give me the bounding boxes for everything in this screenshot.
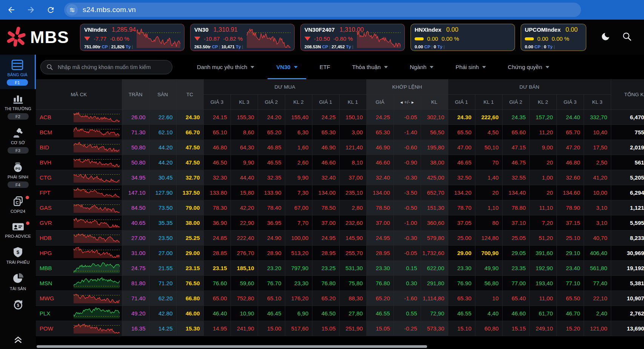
match-volume[interactable]: 622,00 bbox=[421, 261, 448, 276]
ticker-BID[interactable]: BID bbox=[36, 140, 70, 155]
total-volume[interactable]: 5,205,400 bbox=[611, 170, 644, 185]
sell-price[interactable]: 78.70 bbox=[448, 200, 475, 215]
sell-volume[interactable]: 49,90 bbox=[475, 261, 502, 276]
floor-price[interactable]: 35.35 bbox=[149, 215, 176, 231]
sidebar-item-bảng-giá[interactable]: BẢNG GIÁF1 bbox=[0, 55, 36, 89]
sell-price[interactable]: 25.10 bbox=[556, 231, 584, 246]
match-price[interactable]: 65.30 bbox=[366, 125, 393, 140]
ceiling-price[interactable]: 49.20 bbox=[122, 306, 149, 321]
ceiling-price[interactable]: 26.00 bbox=[122, 110, 149, 125]
sell-price[interactable]: 47.00 bbox=[448, 140, 475, 155]
sell-volume[interactable]: 80 bbox=[475, 215, 502, 231]
buy-volume[interactable]: 22,90 bbox=[231, 215, 258, 231]
match-change[interactable]: -0.25 bbox=[393, 321, 421, 336]
buy-price[interactable]: 32.40 bbox=[312, 170, 339, 185]
buy-volume[interactable]: 241,90 bbox=[231, 321, 258, 336]
buy-volume[interactable]: 232,60 bbox=[339, 215, 366, 231]
sell-volume[interactable]: 2,40 bbox=[584, 306, 611, 321]
match-volume[interactable]: 360,60 bbox=[421, 215, 448, 231]
sell-volume[interactable]: 121,00 bbox=[584, 321, 611, 336]
sell-price[interactable]: 46.55 bbox=[448, 306, 475, 321]
sell-volume[interactable]: 4,40 bbox=[475, 306, 502, 321]
buy-price[interactable]: 24.15 bbox=[203, 110, 231, 125]
sell-volume[interactable]: 391,60 bbox=[529, 246, 556, 261]
sell-volume[interactable]: 249,10 bbox=[529, 321, 556, 336]
buy-volume[interactable]: 15,80 bbox=[231, 185, 258, 200]
sell-price[interactable]: 32.55 bbox=[502, 170, 529, 185]
total-volume[interactable]: 5,595,000 bbox=[611, 215, 644, 231]
ceiling-price[interactable]: 27.00 bbox=[122, 231, 149, 246]
sell-price[interactable]: 65.60 bbox=[502, 125, 529, 140]
buy-volume[interactable]: 6,30 bbox=[285, 125, 312, 140]
buy-volume[interactable]: 37,00 bbox=[339, 170, 366, 185]
buy-price[interactable]: 32.35 bbox=[258, 170, 285, 185]
match-price[interactable]: 37.00 bbox=[366, 215, 393, 231]
buy-volume[interactable]: 155,30 bbox=[231, 110, 258, 125]
sell-volume[interactable]: 51,20 bbox=[529, 231, 556, 246]
total-volume[interactable]: 19,192,200 bbox=[611, 261, 644, 276]
ticker-BVH[interactable]: BVH bbox=[36, 155, 70, 170]
ceiling-price[interactable]: 84.50 bbox=[122, 200, 149, 215]
sell-volume[interactable]: 1,40 bbox=[475, 170, 502, 185]
table-row-HDB[interactable]: HDB27.0023.5025.2524.85222,4024.90100,00… bbox=[36, 231, 644, 246]
floor-price[interactable]: 22.60 bbox=[149, 110, 176, 125]
sell-volume[interactable]: 11,10 bbox=[529, 200, 556, 215]
sell-price[interactable]: 15.20 bbox=[556, 321, 584, 336]
buy-price[interactable]: 23.25 bbox=[312, 261, 339, 276]
buy-volume[interactable]: 1,60 bbox=[285, 140, 312, 155]
match-volume[interactable]: 425,00 bbox=[421, 170, 448, 185]
symbol-search[interactable] bbox=[40, 60, 172, 74]
ceiling-price[interactable]: 34.95 bbox=[122, 170, 149, 185]
tab-ngành[interactable]: Ngành bbox=[399, 55, 444, 79]
buy-volume[interactable]: 255,70 bbox=[339, 246, 366, 261]
index-card-upcomindex[interactable]: UPCOMIndex0.000.000.00 %0.00 CP|0 Tỷ| bbox=[521, 24, 586, 51]
sell-price[interactable]: 29.00 bbox=[448, 246, 475, 261]
ceiling-price[interactable]: 71.30 bbox=[122, 125, 149, 140]
sell-price[interactable]: 65.40 bbox=[502, 291, 529, 306]
ticker-MWG[interactable]: MWG bbox=[36, 291, 70, 306]
sell-price[interactable]: 65.30 bbox=[448, 291, 475, 306]
match-volume[interactable]: 291,80 bbox=[421, 276, 448, 291]
buy-volume[interactable]: 44,40 bbox=[231, 170, 258, 185]
buy-volume[interactable]: 155,40 bbox=[285, 110, 312, 125]
buy-volume[interactable]: 67,00 bbox=[285, 200, 312, 215]
sell-volume[interactable]: 56,80 bbox=[475, 276, 502, 291]
sell-price[interactable]: 32.60 bbox=[556, 170, 584, 185]
sell-volume[interactable]: 4,50 bbox=[475, 125, 502, 140]
match-change[interactable]: -1.60 bbox=[393, 291, 421, 306]
buy-price[interactable]: 65.20 bbox=[258, 125, 285, 140]
table-row-CTG[interactable]: CTG34.9530.4532.7032.3044,4032.359,9032.… bbox=[36, 170, 644, 185]
buy-price[interactable]: 133.80 bbox=[203, 185, 231, 200]
table-row-HPG[interactable]: HPG31.0027.0029.0028.85276,7028.90513,20… bbox=[36, 246, 644, 261]
reference-price[interactable]: 32.70 bbox=[176, 170, 203, 185]
floor-price[interactable]: 42.80 bbox=[149, 306, 176, 321]
sidebar-item-thị-trường[interactable]: THỊ TRƯỜNGF2 bbox=[0, 89, 36, 123]
sell-price[interactable]: 65.50 bbox=[556, 291, 584, 306]
buy-volume[interactable]: 3,00 bbox=[339, 125, 366, 140]
ticker-POW[interactable]: POW bbox=[36, 321, 70, 336]
buy-volume[interactable]: 27,80 bbox=[339, 306, 366, 321]
sell-volume[interactable]: 1,00 bbox=[529, 170, 556, 185]
floor-price[interactable]: 21.55 bbox=[149, 261, 176, 276]
buy-price[interactable]: 28.95 bbox=[312, 246, 339, 261]
buy-volume[interactable]: 7,70 bbox=[285, 215, 312, 231]
index-card-vn30[interactable]: VN301,310.91-10.87-0.82 %263.50tr CP|10,… bbox=[190, 24, 295, 51]
ticker-ACB[interactable]: ACB bbox=[36, 110, 70, 125]
reference-price[interactable]: 25.25 bbox=[176, 231, 203, 246]
match-price[interactable]: 32.40 bbox=[366, 170, 393, 185]
sell-price[interactable]: 29.05 bbox=[502, 246, 529, 261]
buy-price[interactable]: 14.95 bbox=[203, 321, 231, 336]
sell-price[interactable]: 77.10 bbox=[556, 276, 584, 291]
reference-price[interactable]: 47.50 bbox=[176, 155, 203, 170]
sell-price[interactable]: 78.90 bbox=[556, 200, 584, 215]
buy-price[interactable]: 46.85 bbox=[258, 140, 285, 155]
buy-price[interactable]: 28.85 bbox=[203, 246, 231, 261]
sell-volume[interactable]: 10,00 bbox=[584, 185, 611, 200]
buy-price[interactable]: 46.40 bbox=[203, 306, 231, 321]
table-row-MSN[interactable]: MSN81.8071.2076.5076.6059,6076.7023,3076… bbox=[36, 276, 644, 291]
buy-price[interactable]: 46.80 bbox=[203, 140, 231, 155]
tab-vn30[interactable]: VN30 bbox=[265, 55, 309, 79]
match-volume[interactable]: 579,80 bbox=[421, 231, 448, 246]
total-volume[interactable]: 13,690,600 bbox=[611, 321, 644, 336]
match-price[interactable]: 24.25 bbox=[366, 110, 393, 125]
